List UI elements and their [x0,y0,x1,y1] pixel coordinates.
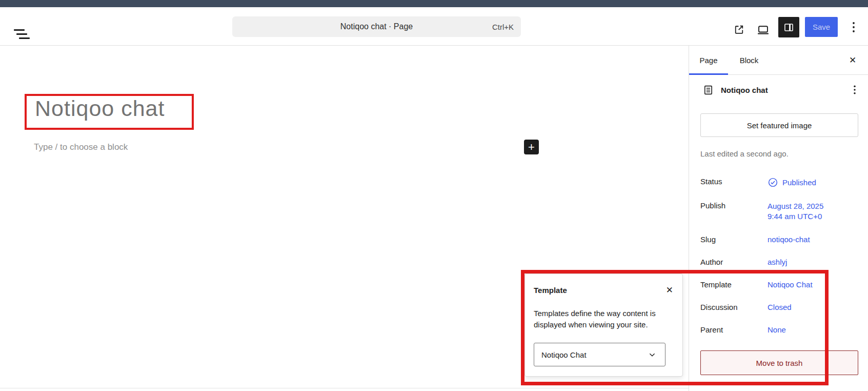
post-title-input[interactable]: Notiqoo chat [35,96,189,121]
page-summary-title: Notiqoo chat [721,86,768,94]
tab-page[interactable]: Page [689,46,728,74]
plus-icon: + [528,141,535,153]
header-options-button[interactable] [845,18,862,36]
preview-button[interactable] [754,21,772,38]
sidebar-tabs: Page Block ✕ [689,46,868,75]
laptop-icon [756,23,770,36]
set-featured-image-button[interactable]: Set featured image [700,113,858,137]
block-appender[interactable]: Type / to choose a block [34,142,128,152]
menu-icon [16,33,27,35]
block-inserter-button[interactable]: + [524,140,539,154]
settings-sidebar: Page Block ✕ Notiqoo chat Set featured i… [689,46,868,391]
editor-header: Notiqoo chat · Page Ctrl+K Save [0,7,868,46]
settings-row-publish: Publish August 28, 2025 9:44 am UTC+0 [700,201,858,222]
page-options-button[interactable] [850,84,860,96]
settings-row-label: Publish [700,201,768,222]
close-icon: ✕ [666,285,673,295]
settings-row-value[interactable]: None [768,325,858,335]
settings-row-value[interactable]: August 28, 2025 9:44 am UTC+0 [768,201,858,222]
external-link-icon [733,23,745,36]
template-select-value: Notiqoo Chat [541,350,587,359]
settings-row-template: Template Notiqoo Chat [700,280,858,289]
settings-row-value[interactable]: Closed [768,303,858,312]
view-site-button[interactable] [730,21,748,38]
settings-row-value[interactable]: ashlyj [768,258,858,267]
settings-row-label: Slug [700,235,768,244]
settings-row-discussion: Discussion Closed [700,303,858,312]
settings-row-label: Discussion [700,303,768,312]
sidebar-panel-icon [782,21,795,34]
kebab-icon [850,84,860,96]
settings-row-status: Status Published [700,177,858,188]
chevron-down-icon [647,349,658,360]
command-center-button[interactable]: Notiqoo chat · Page Ctrl+K [232,16,521,37]
settings-row-label: Parent [700,325,768,335]
settings-row-parent: Parent None [700,325,858,335]
last-edited-text: Last edited a second ago. [700,149,789,158]
document-title: Notiqoo chat · Page [340,22,413,31]
check-circle-icon [768,177,778,188]
close-icon: ✕ [849,55,856,65]
open-navigation-button[interactable] [10,25,34,45]
kebab-icon [847,20,860,34]
template-description: Templates define the way content is disp… [534,308,676,330]
tab-block[interactable]: Block [728,46,770,74]
template-popover: Template ✕ Templates define the way cont… [524,273,683,377]
settings-row-label: Author [700,258,768,267]
page-summary: Notiqoo chat [702,81,860,99]
settings-row-value[interactable]: Notiqoo Chat [768,280,858,289]
settings-row-label: Template [700,280,768,289]
browser-admin-strip [0,0,868,7]
settings-row-author: Author ashlyj [700,258,858,267]
settings-sidebar-toggle-button[interactable] [778,17,799,37]
sidebar-close-button[interactable]: ✕ [844,51,861,69]
page-document-icon [702,84,714,96]
template-popover-header: Template ✕ [534,284,675,297]
move-to-trash-button[interactable]: Move to trash [700,350,858,375]
settings-row-value[interactable]: Published [768,177,858,188]
template-select[interactable]: Notiqoo Chat [534,343,665,366]
menu-icon [19,37,30,39]
page-settings-rows: Status Published Publish August 28, 2025… [700,177,858,348]
command-shortcut: Ctrl+K [492,16,514,37]
popover-close-button[interactable]: ✕ [664,284,675,297]
settings-row-value[interactable]: notiqoo-chat [768,235,858,244]
save-button[interactable]: Save [805,17,838,37]
menu-icon [14,29,25,31]
settings-row-label: Status [700,177,768,188]
settings-row-slug: Slug notiqoo-chat [700,235,858,244]
popover-title: Template [534,286,567,295]
canvas-edge-divider [0,388,689,388]
